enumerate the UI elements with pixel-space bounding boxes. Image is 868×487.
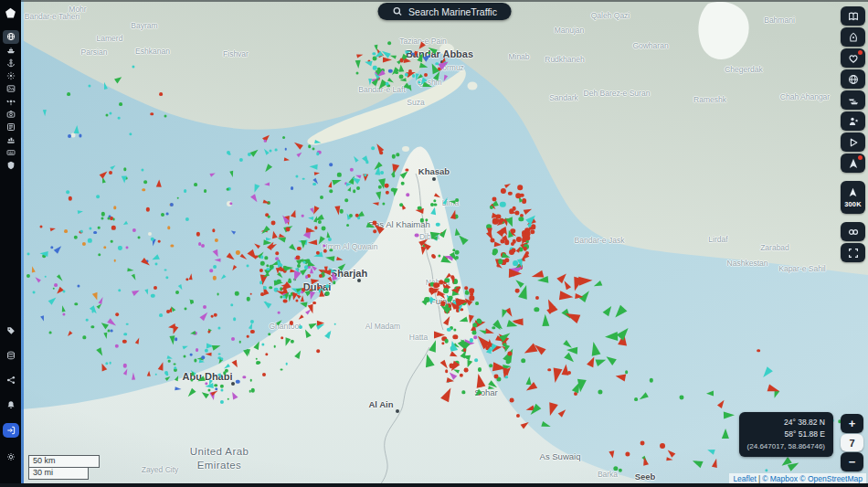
vessel-count-label: 300K — [844, 200, 862, 208]
scale-miles: 30 mi — [28, 468, 89, 480]
coordinate-lon: 58° 51.88 E — [747, 429, 825, 440]
sidebar-item-map[interactable] — [3, 30, 19, 44]
top-bezel — [21, 0, 868, 2]
screen-edge-glow — [21, 0, 24, 487]
search-bar[interactable]: Search MarineTraffic — [377, 3, 512, 20]
left-sidebar — [0, 0, 21, 487]
notification-badge — [858, 50, 863, 55]
hormuz-island — [439, 44, 454, 56]
sidebar-item-services[interactable] — [3, 134, 19, 146]
search-label: Search MarineTraffic — [408, 6, 497, 17]
scale-control: 50 km 30 mi — [28, 455, 100, 480]
small-island — [71, 133, 76, 138]
sidebar-item-satellite[interactable] — [3, 96, 19, 108]
toolbar-pilot-button[interactable] — [841, 111, 865, 131]
scale-kilometers: 50 km — [28, 455, 100, 468]
search-icon — [392, 6, 402, 16]
right-toolbar-main — [841, 6, 865, 173]
zoom-level: 7 — [841, 434, 863, 451]
zoom-in-button[interactable]: + — [841, 414, 863, 433]
toolbar-world-button[interactable] — [841, 69, 865, 89]
marinetraffic-logo[interactable] — [3, 5, 18, 20]
coordinate-lat: 24° 38.82 N — [747, 417, 825, 429]
right-toolbar-extra — [841, 222, 865, 262]
sidebar-item-share[interactable] — [3, 374, 19, 386]
right-toolbar: 300K — [841, 6, 865, 262]
sidebar-item-lights[interactable] — [3, 70, 19, 82]
sidebar-item-photos[interactable] — [3, 83, 19, 95]
toolbar-navigate-button[interactable] — [841, 154, 865, 173]
sidebar-item-sign-in[interactable] — [3, 423, 19, 438]
small-island — [148, 232, 152, 236]
tiles-credit-link[interactable]: © Mapbox © OpenStreetMap — [762, 474, 863, 483]
toolbar-favorites-button[interactable] — [841, 48, 865, 68]
sidebar-item-security[interactable] — [3, 160, 19, 172]
leaflet-credit-link[interactable]: Leaflet — [733, 474, 757, 483]
sidebar-item-ports[interactable] — [3, 58, 19, 69]
zoom-control: + 7 − — [841, 414, 863, 471]
sidebar-item-tags[interactable] — [3, 324, 19, 336]
toolbar-my-fleet-button[interactable] — [841, 90, 865, 110]
toolbar-compare-button[interactable] — [841, 222, 865, 241]
sidebar-item-layers[interactable] — [3, 349, 19, 361]
sidebar-item-alerts[interactable] — [3, 398, 19, 410]
sidebar-item-cameras[interactable] — [3, 109, 19, 121]
sidebar-item-settings[interactable] — [3, 450, 19, 462]
toolbar-guides-button[interactable] — [841, 6, 865, 26]
small-island — [227, 201, 232, 206]
toolbar-vessel-details-button[interactable] — [841, 27, 865, 47]
sidebar-item-vessels[interactable] — [3, 45, 19, 57]
bottom-bezel — [0, 483, 868, 487]
larak-island — [468, 82, 478, 90]
zoom-out-button[interactable]: − — [841, 452, 863, 471]
vessel-count-button[interactable]: 300K — [841, 181, 865, 214]
attribution-separator: | — [758, 474, 760, 483]
map-canvas[interactable]: Bandar AbbasDubaiSharjahAbu DhabiKhasabA… — [21, 0, 868, 487]
sidebar-item-data[interactable] — [3, 147, 19, 159]
coordinate-decimal: (24.647017, 58.864746) — [747, 441, 825, 452]
marinetraffic-app: Bandar AbbasDubaiSharjahAbu DhabiKhasabA… — [0, 0, 868, 487]
sidebar-item-news[interactable] — [3, 122, 19, 133]
toolbar-fullscreen-button[interactable] — [841, 243, 865, 262]
locate-arrow-icon — [848, 187, 858, 199]
cursor-coordinates: 24° 38.82 N 58° 51.88 E (24.647017, 58.8… — [739, 412, 833, 457]
hengam-island — [402, 146, 409, 152]
toolbar-playback-button[interactable] — [841, 132, 865, 152]
notification-badge — [858, 155, 863, 160]
